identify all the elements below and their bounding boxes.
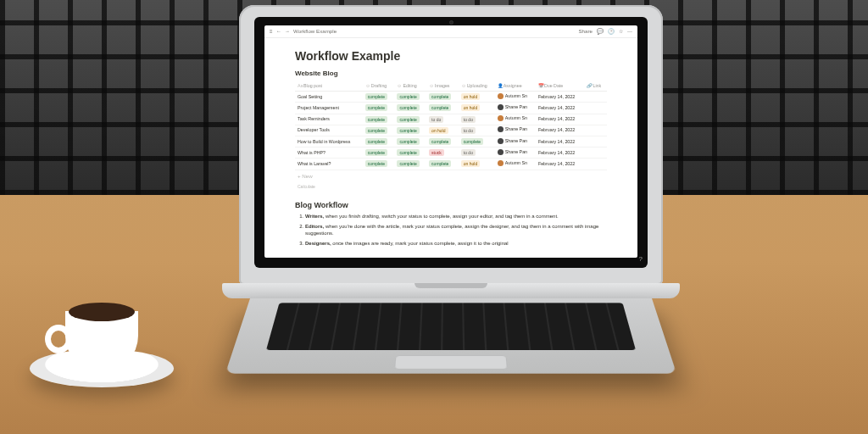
cell-name[interactable]: Goal Setting [295, 92, 363, 103]
select-prop-icon: ⊙ [461, 83, 466, 89]
cell-images[interactable]: stuck [426, 147, 459, 159]
cell-name[interactable]: What is PHP? [295, 147, 363, 159]
cell-due[interactable]: February 14, 2022 [536, 125, 585, 136]
url-prop-icon: 🔗 [587, 83, 592, 89]
table-row[interactable]: Developer Toolscompletecompleteon holdto… [295, 125, 607, 136]
col-drafting[interactable]: ⊙Drafting [363, 81, 395, 92]
cell-link[interactable] [584, 125, 607, 136]
cell-name[interactable]: What is Laravel? [295, 159, 363, 170]
col-assignee[interactable]: 👤Assignee [495, 81, 536, 92]
workflow-steps: Writers, when you finish drafting, switc… [295, 213, 607, 247]
cell-due[interactable]: February 14, 2022 [536, 136, 585, 147]
col-images[interactable]: ⊙Images [426, 81, 459, 92]
cell-assignee[interactable]: Autumn Sn [495, 92, 536, 103]
new-row-button[interactable]: + New [295, 170, 607, 182]
cell-link[interactable] [584, 147, 607, 159]
cell-assignee[interactable]: Shane Pan [495, 136, 536, 147]
cell-uploading[interactable]: to do [459, 147, 495, 159]
cell-uploading[interactable]: on hold [459, 92, 495, 103]
webcam [449, 20, 453, 25]
cell-uploading[interactable]: complete [459, 136, 495, 147]
cell-drafting[interactable]: complete [363, 103, 395, 114]
table-row[interactable]: What is Laravel?completecompletecomplete… [295, 159, 607, 170]
section-heading[interactable]: Blog Workflow [295, 200, 607, 210]
laptop-keyboard [225, 298, 676, 374]
cell-uploading[interactable]: to do [459, 125, 495, 136]
forward-icon[interactable]: → [285, 28, 290, 35]
more-icon[interactable]: ⋯ [627, 28, 632, 35]
cell-name[interactable]: Developer Tools [295, 125, 363, 136]
workflow-step: Writers, when you finish drafting, switc… [305, 213, 607, 220]
cell-editing[interactable]: complete [394, 125, 426, 136]
cell-link[interactable] [584, 92, 607, 103]
favorite-icon[interactable]: ☆ [619, 28, 623, 35]
cell-editing[interactable]: complete [394, 147, 426, 159]
cell-due[interactable]: February 14, 2022 [536, 114, 585, 125]
cell-link[interactable] [584, 159, 607, 170]
breadcrumb[interactable]: Workflow Example [293, 28, 337, 35]
cell-images[interactable]: on hold [426, 125, 459, 136]
cell-editing[interactable]: complete [394, 159, 426, 170]
cell-due[interactable]: February 14, 2022 [536, 92, 585, 103]
cell-images[interactable]: complete [426, 92, 459, 103]
updates-icon[interactable]: 🕑 [608, 28, 615, 35]
table-row[interactable]: Project Managementcompletecompletecomple… [295, 103, 607, 114]
cell-uploading[interactable]: to do [459, 114, 495, 125]
cell-assignee[interactable]: Shane Pan [495, 125, 536, 136]
cell-drafting[interactable]: complete [363, 159, 395, 170]
cell-link[interactable] [584, 136, 607, 147]
cell-assignee[interactable]: Autumn Sn [495, 159, 536, 170]
cell-link[interactable] [584, 103, 607, 114]
page-title[interactable]: Workflow Example [295, 48, 607, 64]
cell-uploading[interactable]: on hold [459, 159, 495, 170]
workflow-step: Editors, when you're done with the artic… [305, 223, 607, 236]
select-prop-icon: ⊙ [429, 83, 434, 89]
share-button[interactable]: Share [578, 28, 593, 35]
cell-uploading[interactable]: on hold [459, 103, 495, 114]
cell-drafting[interactable]: complete [363, 147, 395, 159]
cell-images[interactable]: complete [426, 159, 459, 170]
table-row[interactable]: Goal Settingcompletecompletecompleteon h… [295, 92, 607, 103]
comments-icon[interactable]: 💬 [597, 28, 604, 35]
avatar [498, 160, 504, 166]
cell-due[interactable]: February 14, 2022 [536, 103, 585, 114]
cell-drafting[interactable]: complete [363, 125, 395, 136]
cell-assignee[interactable]: Shane Pan [495, 147, 536, 159]
calculate-button[interactable]: Calculate [295, 182, 607, 192]
select-prop-icon: ⊙ [365, 83, 370, 89]
cell-name[interactable]: Task Reminders [295, 114, 363, 125]
cell-link[interactable] [584, 114, 607, 125]
cell-due[interactable]: February 14, 2022 [536, 147, 585, 159]
cell-assignee[interactable]: Shane Pan [495, 103, 536, 114]
table-row[interactable]: Task Reminderscompletecompleteto doto do… [295, 114, 607, 125]
cell-assignee[interactable]: Autumn Sn [495, 114, 536, 125]
database-title[interactable]: Website Blog [295, 70, 607, 79]
cell-images[interactable]: to do [426, 114, 459, 125]
cell-drafting[interactable]: complete [363, 114, 395, 125]
col-link[interactable]: 🔗Link [584, 81, 607, 92]
cell-editing[interactable]: complete [394, 136, 426, 147]
laptop: ≡ ← → Workflow Example Share 💬 🕑 ☆ ⋯ [222, 5, 680, 398]
topbar: ≡ ← → Workflow Example Share 💬 🕑 ☆ ⋯ [264, 25, 637, 38]
cell-name[interactable]: How to Build in Wordpress [295, 136, 363, 147]
col-editing[interactable]: ⊙Editing [394, 81, 426, 92]
cell-images[interactable]: complete [426, 103, 459, 114]
cell-editing[interactable]: complete [394, 92, 426, 103]
sidebar-toggle-icon[interactable]: ≡ [270, 28, 273, 35]
cell-name[interactable]: Project Management [295, 103, 363, 114]
cell-drafting[interactable]: complete [363, 92, 395, 103]
cell-editing[interactable]: complete [394, 114, 426, 125]
database-table: AaBlog post ⊙Drafting ⊙Editing ⊙Images ⊙… [295, 81, 607, 170]
col-name[interactable]: AaBlog post [295, 81, 363, 92]
cell-drafting[interactable]: complete [363, 136, 395, 147]
back-icon[interactable]: ← [276, 28, 281, 35]
col-due[interactable]: 📅Due Date [536, 81, 585, 92]
cell-editing[interactable]: complete [394, 103, 426, 114]
cell-images[interactable]: complete [426, 136, 459, 147]
cell-due[interactable]: February 14, 2022 [536, 159, 585, 170]
table-row[interactable]: How to Build in Wordpresscompletecomplet… [295, 136, 607, 147]
laptop-hinge [222, 283, 680, 298]
title-prop-icon: Aa [298, 83, 303, 89]
table-row[interactable]: What is PHP?completecompletestuckto doSh… [295, 147, 607, 159]
col-uploading[interactable]: ⊙Uploading [459, 81, 495, 92]
